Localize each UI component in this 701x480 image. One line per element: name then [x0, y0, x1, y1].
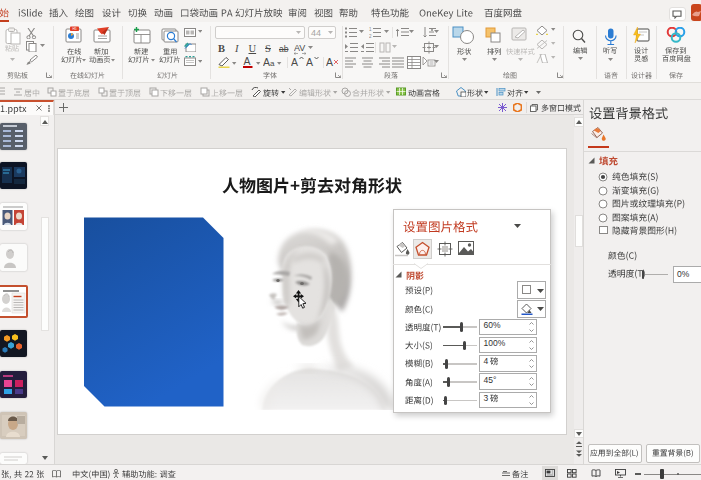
svg-text:H5: H5	[72, 27, 76, 31]
svg-text:A: A	[326, 56, 333, 68]
svg-text:A: A	[291, 56, 298, 68]
svg-text:A: A	[244, 56, 251, 67]
svg-text:A: A	[263, 56, 270, 68]
svg-text:2: 2	[369, 34, 372, 38]
svg-text:a: a	[270, 59, 275, 68]
svg-text:1: 1	[369, 27, 372, 32]
svg-text:A: A	[306, 56, 313, 68]
